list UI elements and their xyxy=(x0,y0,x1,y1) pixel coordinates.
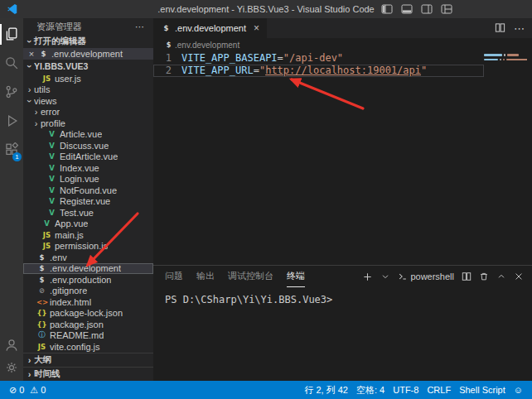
tree-item-main.js[interactable]: JSmain.js xyxy=(23,229,153,241)
toggle-panel-icon[interactable] xyxy=(401,4,413,14)
tree-item-NotFound.vue[interactable]: VNotFound.vue xyxy=(23,185,153,196)
open-editor-item[interactable]: × $ .env.development xyxy=(23,48,153,60)
minimap-line xyxy=(484,59,527,61)
toggle-sidebar-left-icon[interactable] xyxy=(381,4,393,14)
panel-tab-output[interactable]: 输出 xyxy=(196,266,215,287)
tree-item-Discuss.vue[interactable]: VDiscuss.vue xyxy=(23,140,153,151)
tree-item-views[interactable]: ›views xyxy=(23,95,153,107)
run-debug-icon xyxy=(4,113,19,130)
more-actions-icon[interactable]: ⋯ xyxy=(514,22,525,35)
tree-item-user.js[interactable]: JSuser.js xyxy=(23,73,153,84)
status-eol[interactable]: CRLF xyxy=(423,381,455,399)
tree-item-package.json[interactable]: {}package.json xyxy=(23,319,153,330)
js-file-icon: JS xyxy=(41,242,52,250)
code-token: "/api-dev" xyxy=(283,52,343,64)
status-feedback-smiley[interactable]: ☺ xyxy=(510,381,527,399)
new-terminal-button[interactable] xyxy=(362,272,373,282)
tree-item-.gitignore[interactable]: ⊘.gitignore xyxy=(23,286,153,297)
close-icon[interactable]: × xyxy=(27,49,36,59)
close-panel-icon[interactable] xyxy=(514,272,524,281)
more-actions-icon[interactable]: ⋯ xyxy=(135,22,145,32)
minimap[interactable] xyxy=(484,54,527,63)
open-editors-header[interactable]: › 打开的编辑器 xyxy=(23,35,153,48)
minimap-token xyxy=(484,59,498,61)
tree-item-App.vue[interactable]: VApp.vue xyxy=(23,219,153,230)
status-language-mode[interactable]: Shell Script xyxy=(455,381,510,399)
panel-tab-problems[interactable]: 问题 xyxy=(165,266,183,287)
activity-extensions[interactable]: 1 xyxy=(0,136,23,165)
vue-file-icon: V xyxy=(46,209,57,217)
tree-item-label: README.md xyxy=(50,330,104,340)
tree-item-Login.vue[interactable]: VLogin.vue xyxy=(23,174,153,185)
activity-explorer[interactable] xyxy=(0,20,23,49)
tab-env-development[interactable]: $ .env.development × xyxy=(153,18,267,38)
tree-item-label: Discuss.vue xyxy=(60,141,109,151)
close-icon[interactable]: × xyxy=(254,22,259,34)
env-file-icon: $ xyxy=(161,24,172,32)
tree-item-Article.vue[interactable]: VArticle.vue xyxy=(23,129,153,141)
tree-item-label: App.vue xyxy=(55,219,88,228)
customize-layout-icon[interactable] xyxy=(441,4,452,14)
code-token: VITE_APP_URL xyxy=(181,65,254,76)
md-file-icon: ⓘ xyxy=(36,330,47,340)
vue-file-icon: V xyxy=(46,186,57,195)
chevron-down-icon[interactable] xyxy=(380,272,390,281)
breadcrumb[interactable]: $ .env.development xyxy=(153,38,532,51)
open-editors-label: 打开的编辑器 xyxy=(34,36,86,47)
terminal-shell-selector[interactable]: powershell xyxy=(398,272,454,281)
maximize-panel-icon[interactable] xyxy=(496,272,506,281)
tree-item-.env.production[interactable]: $.env.production xyxy=(23,274,153,286)
code-token: = xyxy=(254,65,259,76)
html-file-icon: <> xyxy=(36,298,47,306)
outline-section-header[interactable]: › 大纲 xyxy=(23,353,153,367)
tree-item-.env[interactable]: $.env xyxy=(23,252,153,263)
tree-item-Test.vue[interactable]: VTest.vue xyxy=(23,207,153,219)
timeline-section-header[interactable]: › 时间线 xyxy=(23,367,153,381)
activity-run-debug[interactable] xyxy=(0,107,23,136)
tree-item-.env.development[interactable]: $.env.development xyxy=(23,263,153,275)
settings-button[interactable] xyxy=(0,357,23,379)
tree-item-label: NotFound.vue xyxy=(60,185,117,195)
panel-tab-bar: 问题输出调试控制台终端 powershell xyxy=(153,266,532,287)
editor-group: $ .env.development × ⋯ $ .env.developmen… xyxy=(153,18,532,381)
tree-item-label: .env xyxy=(50,252,67,262)
tree-item-index.html[interactable]: <>index.html xyxy=(23,296,153,308)
tree-item-Index.vue[interactable]: VIndex.vue xyxy=(23,162,153,174)
url-link[interactable]: http://localhost:19001/api xyxy=(265,65,421,76)
env-file-icon: $ xyxy=(164,41,173,49)
tree-item-vite.config.js[interactable]: JSvite.config.js xyxy=(23,341,153,353)
line-number: 1 xyxy=(153,52,172,65)
tree-item-README.md[interactable]: ⓘREADME.md xyxy=(23,330,153,342)
tree-item-Register.vue[interactable]: VRegister.vue xyxy=(23,196,153,208)
tree-item-package-lock.json[interactable]: {}package-lock.json xyxy=(23,308,153,320)
panel-tab-terminal[interactable]: 终端 xyxy=(287,266,305,287)
vue-file-icon: V xyxy=(41,219,52,228)
status-encoding[interactable]: UTF-8 xyxy=(389,381,423,399)
account-button[interactable] xyxy=(0,334,23,357)
tree-item-permission.js[interactable]: JSpermission.js xyxy=(23,241,153,252)
powershell-icon xyxy=(398,272,408,281)
status-cursor-position[interactable]: 行 2, 列 42 xyxy=(300,381,352,399)
status-indentation[interactable]: 空格: 4 xyxy=(352,381,389,399)
tree-item-EditArticle.vue[interactable]: VEditArticle.vue xyxy=(23,151,153,163)
tree-item-label: package-lock.json xyxy=(50,308,123,318)
split-editor-icon[interactable] xyxy=(495,22,505,35)
tree-item-utils[interactable]: ›utils xyxy=(23,84,153,96)
activity-search[interactable] xyxy=(0,49,23,78)
code-editor[interactable]: 1VITE_APP_BASEAPI="/api-dev"2VITE_APP_UR… xyxy=(153,51,532,265)
tree-item-profile[interactable]: ›profile xyxy=(23,118,153,129)
problems-indicator[interactable]: ⊘ 0 ⚠ 0 xyxy=(5,381,50,399)
tree-item-error[interactable]: ›error xyxy=(23,107,153,118)
project-section-header[interactable]: › YI.BBS.VUE3 xyxy=(23,60,153,73)
tree-item-label: permission.js xyxy=(55,241,108,251)
tree-item-label: error xyxy=(41,107,60,117)
activity-source-control[interactable] xyxy=(0,78,23,107)
tree-item-label: Login.vue xyxy=(60,174,99,184)
code-line-1[interactable]: 1VITE_APP_BASEAPI="/api-dev" xyxy=(153,52,484,65)
code-line-2[interactable]: 2VITE_APP_URL="http://localhost:19001/ap… xyxy=(153,65,484,77)
terminal-content[interactable]: PS D:\CSharp\Yi\Yi.BBS.Vue3> xyxy=(153,287,532,381)
toggle-sidebar-right-icon[interactable] xyxy=(421,4,433,14)
split-terminal-icon[interactable] xyxy=(462,272,472,281)
panel-tab-debug-console[interactable]: 调试控制台 xyxy=(228,266,273,287)
trash-icon[interactable] xyxy=(479,272,489,281)
